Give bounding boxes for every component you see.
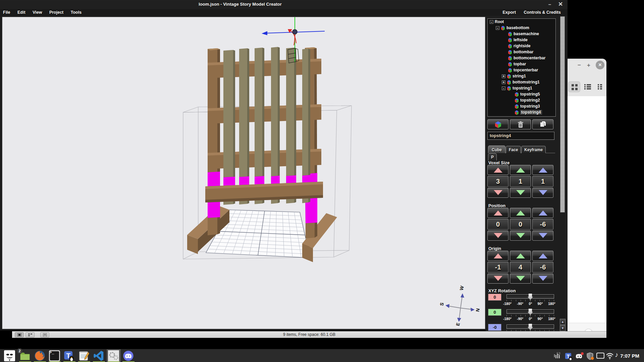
tree-item-topstring3[interactable]: topstring3 xyxy=(488,103,555,109)
menu-tools[interactable]: Tools xyxy=(68,9,85,16)
origin-y-value[interactable]: 4 xyxy=(510,262,531,273)
add-cube-button[interactable] xyxy=(487,119,508,129)
taskbar-tux-app[interactable]: T xyxy=(62,349,76,362)
fm-maximize-button[interactable]: + xyxy=(587,62,590,69)
compact-view-button[interactable] xyxy=(595,81,607,92)
rotation-y-slider[interactable] xyxy=(506,309,554,314)
position-x-increase-button[interactable] xyxy=(487,208,508,218)
tree-item-string1[interactable]: +string1 xyxy=(488,73,555,79)
position-y-value[interactable]: 0 xyxy=(510,219,531,230)
slider-thumb[interactable] xyxy=(528,324,533,330)
tray-wifi-icon[interactable] xyxy=(606,352,614,361)
scroll-down-button[interactable]: ▼ xyxy=(560,325,566,331)
origin-z-value[interactable]: -6 xyxy=(532,262,553,273)
voxel-y-decrease-button[interactable] xyxy=(510,188,531,198)
tree-item-basemachine[interactable]: basemachine xyxy=(488,31,555,37)
tree-item-topstring2[interactable]: topstring2 xyxy=(488,97,555,103)
rotation-z-slider[interactable] xyxy=(506,324,554,329)
tree-item-leftside[interactable]: leftside xyxy=(488,37,555,43)
taskbar-file-manager[interactable]: 2 xyxy=(18,349,32,362)
tray-tux-icon[interactable]: T xyxy=(565,352,573,362)
origin-z-decrease-button[interactable] xyxy=(532,274,553,284)
rotation-y-value[interactable]: 0 xyxy=(488,309,501,316)
grid-view-button[interactable] xyxy=(568,81,580,92)
scroll-up-button[interactable]: ▲ xyxy=(560,319,566,325)
duplicate-button[interactable] xyxy=(532,119,553,129)
menu-controls-credits[interactable]: Controls & Credits xyxy=(521,9,564,16)
minimize-button[interactable]: – xyxy=(545,1,554,8)
rotation-x-value[interactable]: 0 xyxy=(488,294,501,301)
tree-item-bottomcenterbar[interactable]: bottomcenterbar xyxy=(488,55,555,61)
taskbar-discord[interactable] xyxy=(121,349,136,362)
voxel-z-increase-button[interactable] xyxy=(532,165,553,175)
position-y-increase-button[interactable] xyxy=(510,208,531,218)
tray-stats-icon[interactable] xyxy=(554,352,561,360)
voxel-z-value[interactable]: 1 xyxy=(532,176,553,187)
start-menu-button[interactable] xyxy=(3,349,17,362)
tray-discord-icon[interactable] xyxy=(575,352,584,362)
slider-thumb[interactable] xyxy=(528,309,533,315)
menu-file[interactable]: File xyxy=(0,9,13,16)
collapse-icon[interactable]: - xyxy=(496,26,499,30)
tab-face[interactable]: Face xyxy=(506,146,521,153)
tree-item-topstring1[interactable]: -topstring1 xyxy=(488,85,555,91)
position-z-increase-button[interactable] xyxy=(532,208,553,218)
position-y-decrease-button[interactable] xyxy=(510,231,531,241)
list-view-button[interactable] xyxy=(582,81,594,92)
tree-item-root[interactable]: -Root xyxy=(488,19,555,25)
origin-x-increase-button[interactable] xyxy=(487,251,508,261)
voxel-x-value[interactable]: 3 xyxy=(487,176,508,187)
taskbar-vscode[interactable] xyxy=(92,349,106,362)
collapse-icon[interactable]: - xyxy=(502,86,505,90)
fm-minimize-button[interactable]: − xyxy=(578,62,581,69)
tab-cube[interactable]: Cube xyxy=(488,145,505,153)
taskbar-firefox[interactable] xyxy=(33,349,47,362)
expand-icon[interactable]: + xyxy=(502,80,505,84)
tab-keyframe[interactable]: Keyframe xyxy=(521,146,546,153)
menu-view[interactable]: View xyxy=(30,9,45,16)
origin-x-value[interactable]: -1 xyxy=(487,262,508,273)
tray-shield-icon[interactable] xyxy=(586,352,594,362)
tree-item-topstring5[interactable]: topstring5 xyxy=(488,91,555,97)
tray-music-icon[interactable]: ♪ xyxy=(615,351,618,359)
tree-item-basebottom[interactable]: -basebottom xyxy=(488,25,555,31)
rotation-z-value[interactable]: -0 xyxy=(488,324,501,331)
taskbar-terminal[interactable]: >_ xyxy=(48,349,62,362)
origin-z-increase-button[interactable] xyxy=(532,251,553,261)
origin-x-decrease-button[interactable] xyxy=(487,274,508,284)
scrollbar-thumb[interactable] xyxy=(560,16,565,213)
panel-scrollbar[interactable]: ▲ ▼ xyxy=(560,16,566,331)
position-x-decrease-button[interactable] xyxy=(487,231,508,241)
collapse-icon[interactable]: - xyxy=(490,20,493,24)
taskbar-text-editor[interactable] xyxy=(77,349,91,362)
tree-item-bottomstring1[interactable]: +bottomstring1 xyxy=(488,79,555,85)
clock[interactable]: 7:07 PM xyxy=(620,353,639,359)
voxel-y-increase-button[interactable] xyxy=(510,165,531,175)
origin-y-decrease-button[interactable] xyxy=(510,274,531,284)
voxel-x-decrease-button[interactable] xyxy=(487,188,508,198)
close-button[interactable]: ✕ xyxy=(556,1,565,8)
tree-item-topcenterbar[interactable]: topcenterbar xyxy=(488,67,555,73)
fm-close-button[interactable]: ✕ xyxy=(596,61,604,69)
taskbar-model-creator-active[interactable] xyxy=(107,349,121,362)
menu-edit[interactable]: Edit xyxy=(14,9,29,16)
tray-display-icon[interactable] xyxy=(596,352,604,361)
menu-export[interactable]: Export xyxy=(499,9,519,16)
tab-p[interactable]: P xyxy=(488,153,497,161)
menu-project[interactable]: Project xyxy=(46,9,66,16)
rotation-x-slider[interactable] xyxy=(506,294,554,299)
expand-icon[interactable]: + xyxy=(502,74,505,78)
origin-y-increase-button[interactable] xyxy=(510,251,531,261)
3d-viewport[interactable]: W S N E xyxy=(2,17,485,329)
position-z-value[interactable]: -6 xyxy=(532,219,553,230)
slider-thumb[interactable] xyxy=(528,294,533,300)
tree-item-topbar[interactable]: topbar xyxy=(488,61,555,67)
position-z-decrease-button[interactable] xyxy=(532,231,553,241)
element-name-input[interactable]: topstring4 xyxy=(487,132,554,140)
tree-item-bottombar[interactable]: bottombar xyxy=(488,49,555,55)
tree-item-rightside[interactable]: rightside xyxy=(488,43,555,49)
tree-item-topstring4[interactable]: topstring4 xyxy=(488,109,555,115)
voxel-z-decrease-button[interactable] xyxy=(532,188,553,198)
delete-button[interactable] xyxy=(510,119,531,129)
voxel-x-increase-button[interactable] xyxy=(487,165,508,175)
